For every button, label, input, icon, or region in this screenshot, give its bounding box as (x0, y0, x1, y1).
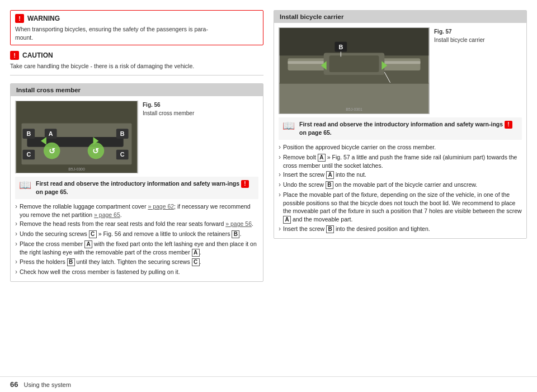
instruction-5: › Press the holders B until they latch. … (15, 258, 258, 267)
svg-text:C: C (120, 152, 125, 158)
right-column: Install bicycle carrier (274, 10, 527, 371)
bc-instruction-2: › Remove bolt A » Fig. 57 a little and p… (279, 153, 522, 170)
bicycle-carrier-header: Install bicycle carrier (274, 11, 526, 23)
warning-text: When transporting bicycles, ensuring the… (15, 25, 258, 41)
book-icon: 📖 (19, 180, 31, 190)
bicycle-read-notice-text: First read and observe the introductory … (299, 120, 518, 137)
svg-rect-25 (329, 55, 379, 72)
bc-instruction-1: › Position the approved bicycle carrier … (279, 143, 522, 152)
svg-text:↺: ↺ (92, 147, 99, 155)
cross-member-header: Install cross member (11, 84, 263, 96)
read-notice-text: First read and observe the introductory … (36, 180, 255, 196)
bicycle-carrier-instructions: › Position the approved bicycle carrier … (279, 143, 522, 234)
cross-member-caption: Fig. 56 Install cross member (143, 101, 194, 117)
bc-instruction-3: › Insert the screw A into the nut. (279, 171, 522, 180)
svg-text:A: A (49, 130, 53, 137)
svg-text:B5J-0300: B5J-0300 (68, 167, 85, 171)
svg-text:B5J-0301: B5J-0301 (346, 107, 362, 111)
bicycle-carrier-figure: B A B5J (279, 27, 430, 114)
svg-text:B: B (26, 130, 31, 137)
warning-title: WARNING (27, 15, 60, 22)
book-icon-right: 📖 (282, 121, 295, 131)
bc-instruction-5: › Place the movable part of the fixture,… (279, 191, 522, 224)
cross-member-section: Install cross member (10, 83, 263, 281)
bicycle-carrier-caption: Fig. 57 Install bicycle carrier (434, 27, 485, 44)
footer-text: Using the system (23, 381, 70, 388)
bc-instruction-4: › Undo the screw B on the movable part o… (279, 181, 522, 190)
instruction-1: › Remove the rollable luggage compartmen… (15, 202, 258, 219)
instruction-2: › Remove the head rests from the rear se… (15, 220, 258, 229)
cross-member-figure-area: B A B C (15, 101, 258, 173)
svg-text:B: B (338, 44, 343, 50)
bicycle-carrier-body: B A B5J (274, 23, 526, 238)
svg-rect-21 (280, 28, 429, 55)
left-column: ! WARNING When transporting bicycles, en… (10, 10, 263, 371)
instruction-3: › Undo the securing screws C » Fig. 56 a… (15, 230, 258, 239)
instruction-4: › Place the cross member A with the fixe… (15, 240, 258, 257)
warning-icon: ! (15, 14, 24, 23)
caution-title: CAUTION (22, 51, 53, 59)
bicycle-carrier-figure-area: B A B5J (279, 27, 522, 114)
cross-member-instructions: › Remove the rollable luggage compartmen… (15, 202, 258, 277)
caution-icon: ! (10, 51, 19, 60)
cross-member-body: B A B C (11, 96, 263, 281)
bc-instruction-6: › Insert the screw B into the desired po… (279, 225, 522, 234)
svg-rect-2 (27, 137, 123, 147)
cross-member-figure: B A B C (15, 101, 138, 173)
bicycle-carrier-section: Install bicycle carrier (274, 10, 527, 239)
svg-text:C: C (26, 152, 31, 158)
svg-text:B: B (120, 130, 125, 137)
page-footer: 66 Using the system (0, 376, 537, 392)
caution-text: Take care handling the bicycle - there i… (10, 62, 263, 70)
warning-box: ! WARNING When transporting bicycles, en… (10, 10, 263, 45)
caution-box: ! CAUTION Take care handling the bicycle… (10, 51, 263, 78)
cross-member-read-notice: 📖 First read and observe the introductor… (15, 177, 258, 199)
bicycle-carrier-read-notice: 📖 First read and observe the introductor… (279, 117, 522, 140)
page-number: 66 (10, 380, 18, 389)
svg-text:↺: ↺ (49, 147, 55, 155)
instruction-6: › Check how well the cross member is fas… (15, 268, 258, 277)
